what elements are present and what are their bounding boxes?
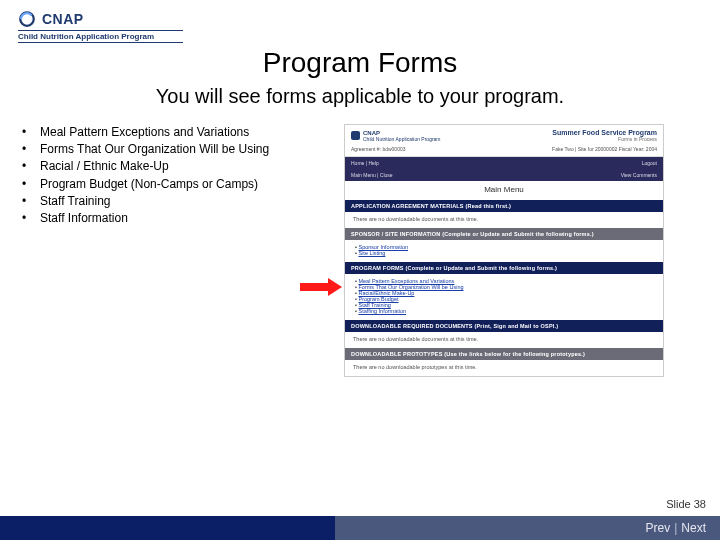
nav-separator: | — [674, 521, 677, 535]
list-item: •Meal Pattern Exceptions and Variations — [22, 124, 332, 140]
mini-program-name: Summer Food Service Program — [552, 129, 657, 136]
mini-main-menu: Main Menu — [345, 181, 663, 200]
logo-block: CNAP Child Nutrition Application Program — [0, 0, 720, 43]
mini-nav2-left: Main Menu | Close — [345, 169, 504, 181]
logo-icon — [18, 10, 36, 28]
mini-nav-logout: Logout — [504, 157, 663, 169]
prev-button[interactable]: Prev — [646, 521, 671, 535]
list-item: •Staff Information — [22, 210, 332, 226]
footer-bar: Prev | Next — [0, 516, 720, 540]
mini-sponsor-item: Site Listing — [355, 250, 655, 256]
list-item: •Staff Training — [22, 193, 332, 209]
list-item: •Program Budget (Non-Camps or Camps) — [22, 176, 332, 192]
mini-bar-proto: DOWNLOADABLE PROTOTYPES (Use the links b… — [345, 348, 663, 360]
mini-nav2-right: View Comments — [504, 169, 663, 181]
mini-form-item: Staffing Information — [355, 308, 655, 314]
mini-bar-app: APPLICATION AGREEMENT MATERIALS (Read th… — [345, 200, 663, 212]
list-item: •Racial / Ethnic Make-Up — [22, 158, 332, 174]
mini-app-body: There are no downloadable documents at t… — [345, 212, 663, 228]
app-screenshot: CNAP Child Nutrition Application Program… — [344, 124, 664, 377]
mini-proto-body: There are no downloadable prototypes at … — [345, 360, 663, 376]
list-item: •Forms That Our Organization Will be Usi… — [22, 141, 332, 157]
mini-program-sub: Forms in Process — [552, 136, 657, 142]
page-title: Program Forms — [0, 47, 720, 79]
mini-meta-right: Fake Two | Site for 20000002 Fiscal Year… — [552, 146, 657, 152]
red-arrow-icon — [300, 278, 342, 296]
mini-nav-left: Home | Help — [345, 157, 504, 169]
mini-brand-sub: Child Nutrition Application Program — [363, 136, 441, 142]
logo-subtitle: Child Nutrition Application Program — [18, 30, 183, 43]
page-subtitle: You will see forms applicable to your pr… — [0, 85, 720, 108]
slide-number: Slide 38 — [666, 498, 706, 510]
mini-agreement: Agreement #: bdw00003 — [351, 146, 405, 152]
logo-brand: CNAP — [42, 11, 84, 27]
bullet-list: •Meal Pattern Exceptions and Variations … — [22, 124, 332, 226]
mini-bar-sponsor: SPONSOR / SITE INFORMATION (Complete or … — [345, 228, 663, 240]
mini-bar-forms: PROGRAM FORMS (Complete or Update and Su… — [345, 262, 663, 274]
mini-dl-body: There are no downloadable documents at t… — [345, 332, 663, 348]
mini-logo-icon — [351, 131, 360, 140]
next-button[interactable]: Next — [681, 521, 706, 535]
mini-bar-dl: DOWNLOADABLE REQUIRED DOCUMENTS (Print, … — [345, 320, 663, 332]
